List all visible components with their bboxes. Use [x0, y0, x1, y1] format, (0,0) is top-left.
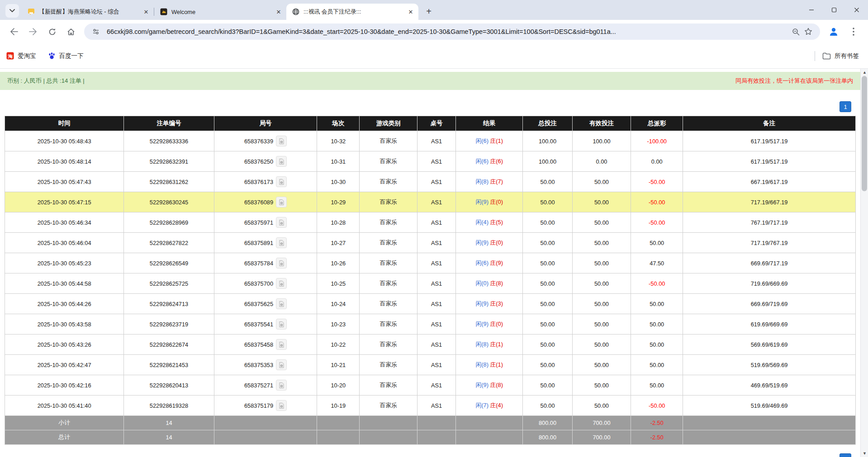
all-bookmarks-button[interactable]: 所有书签	[822, 52, 859, 60]
profile-icon[interactable]	[825, 24, 842, 40]
maximize-button[interactable]	[823, 0, 845, 20]
tab-forum[interactable]: 【新提醒】海燕策略论坛 - 综合 ✕	[22, 4, 154, 20]
round-number: 658375541	[244, 321, 273, 328]
home-button[interactable]	[62, 23, 80, 40]
cell-bet-id: 522928620413	[124, 375, 214, 396]
cell-valid-bet: 50.00	[572, 294, 631, 314]
subtotal-total-bet: 800.00	[523, 416, 572, 430]
tab-close-icon[interactable]: ✕	[142, 8, 150, 16]
cell-bet-id: 522928631262	[124, 172, 214, 192]
page-area: 币别 : 人民币 | 总共 :14 注单 | 同局有效投注，统一计算在该局第一张…	[0, 69, 860, 457]
new-tab-button[interactable]: +	[422, 5, 436, 18]
cell-session: 10-30	[317, 172, 360, 192]
scrollbar-thumb[interactable]	[862, 76, 867, 191]
minimize-button[interactable]	[800, 0, 823, 20]
cell-session: 10-32	[317, 131, 360, 151]
cell-payout: -50.00	[631, 192, 683, 212]
scrollbar[interactable]: ▲ ▼	[860, 69, 868, 457]
forward-button[interactable]	[24, 23, 42, 40]
scroll-up-icon[interactable]: ▲	[861, 69, 868, 76]
cell-round: 658375271	[214, 375, 317, 396]
taobao-icon: 淘	[6, 52, 14, 60]
site-info-icon[interactable]	[90, 25, 102, 38]
round-number: 658375179	[244, 402, 273, 409]
round-number: 658376089	[244, 199, 273, 206]
video-record-icon[interactable]	[276, 258, 287, 269]
url-text[interactable]: 66cxkj98.com/game/betrecord_search/kind3…	[107, 28, 785, 35]
cell-payout: -100.00	[631, 131, 683, 151]
tab-close-icon[interactable]: ✕	[275, 8, 283, 16]
table-header-row: 时间 注单编号 局号 场次 游戏类别 桌号 结果 总投注 有效投注 总派彩 备注	[5, 116, 856, 131]
cell-valid-bet: 0.00	[572, 151, 631, 172]
scroll-down-icon[interactable]: ▼	[861, 450, 868, 457]
video-record-icon[interactable]	[276, 197, 287, 207]
video-record-icon[interactable]	[276, 339, 287, 350]
tab-welcome[interactable]: Welcome ✕	[154, 4, 286, 20]
cell-game-type: 百家乐	[360, 151, 417, 172]
tab-close-icon[interactable]: ✕	[407, 8, 415, 16]
video-record-icon[interactable]	[276, 400, 287, 411]
browser-window: 【新提醒】海燕策略论坛 - 综合 ✕ Welcome ✕ :::视讯 会员下注纪…	[0, 0, 868, 457]
table-row: 2025-10-30 05:43:58 522928623719 6583755…	[5, 314, 856, 335]
table-row: 2025-10-30 05:43:26 522928622674 6583754…	[5, 335, 856, 355]
video-record-icon[interactable]	[276, 217, 287, 228]
tab-betrecord[interactable]: :::视讯 会员下注纪录::: ✕	[286, 4, 418, 20]
result-banker: 庄(1)	[490, 361, 503, 368]
round-number: 658375458	[244, 341, 273, 348]
cell-total-bet: 50.00	[523, 355, 572, 375]
header-remark: 备注	[683, 116, 856, 131]
page-1-button-bottom[interactable]: 1	[840, 453, 851, 457]
header-bet-id: 注单编号	[124, 116, 214, 131]
back-button[interactable]	[5, 23, 23, 40]
result-player: 闲(9)	[475, 300, 488, 307]
video-record-icon[interactable]	[276, 136, 287, 146]
video-record-icon[interactable]	[276, 237, 287, 248]
video-record-icon[interactable]	[276, 359, 287, 370]
cell-result: 闲(9) 庄(0)	[455, 233, 523, 253]
subtotal-row: 小计 14 800.00 700.00 -2.50	[5, 416, 856, 430]
video-record-icon[interactable]	[276, 278, 287, 289]
cell-total-bet: 50.00	[523, 253, 572, 273]
page-1-button[interactable]: 1	[840, 101, 851, 112]
cell-game-type: 百家乐	[360, 375, 417, 396]
table-row: 2025-10-30 05:46:04 522928627822 6583758…	[5, 233, 856, 253]
close-button[interactable]	[845, 0, 868, 20]
bookmark-star-icon[interactable]	[802, 25, 815, 38]
video-record-icon[interactable]	[276, 156, 287, 167]
bookmark-aitaobao[interactable]: 淘 爱淘宝	[6, 52, 36, 60]
total-total-bet: 800.00	[523, 430, 572, 445]
result-player: 闲(8)	[475, 341, 488, 348]
header-result: 结果	[455, 116, 523, 131]
video-record-icon[interactable]	[276, 380, 287, 391]
cell-remark: 617.19/517.19	[683, 151, 856, 172]
zoom-icon[interactable]	[789, 25, 802, 38]
menu-icon[interactable]	[845, 24, 862, 40]
back-arrow-icon	[10, 28, 18, 35]
table-row: 2025-10-30 05:47:43 522928631262 6583761…	[5, 172, 856, 192]
cell-bet-id: 522928619328	[124, 396, 214, 416]
cell-bet-id: 522928626549	[124, 253, 214, 273]
info-bar: 币别 : 人民币 | 总共 :14 注单 | 同局有效投注，统一计算在该局第一张…	[0, 72, 860, 90]
cell-result: 闲(0) 庄(8)	[455, 273, 523, 294]
video-record-icon[interactable]	[276, 319, 287, 330]
address-bar[interactable]: 66cxkj98.com/game/betrecord_search/kind3…	[84, 24, 820, 40]
round-number: 658376173	[244, 179, 273, 185]
tab-search-button[interactable]	[5, 4, 19, 18]
bookmark-baidu[interactable]: 百度一下	[48, 52, 84, 60]
video-record-icon[interactable]	[276, 176, 287, 187]
cell-bet-id: 522928622674	[124, 335, 214, 355]
chevron-down-icon	[9, 9, 15, 13]
cell-round: 658376173	[214, 172, 317, 192]
round-number: 658376250	[244, 158, 273, 165]
cell-session: 10-23	[317, 314, 360, 335]
cell-session: 10-29	[317, 192, 360, 212]
result-banker: 庄(1)	[490, 137, 503, 144]
home-icon	[67, 28, 75, 36]
video-record-icon[interactable]	[276, 298, 287, 309]
subtotal-label: 小计	[5, 416, 124, 430]
header-time: 时间	[5, 116, 124, 131]
cell-remark: 667.19/617.19	[683, 172, 856, 192]
tab-title: 【新提醒】海燕策略论坛 - 综合	[39, 8, 139, 16]
reload-button[interactable]	[43, 23, 61, 40]
bet-record-table: 时间 注单编号 局号 场次 游戏类别 桌号 结果 总投注 有效投注 总派彩 备注…	[5, 116, 856, 445]
